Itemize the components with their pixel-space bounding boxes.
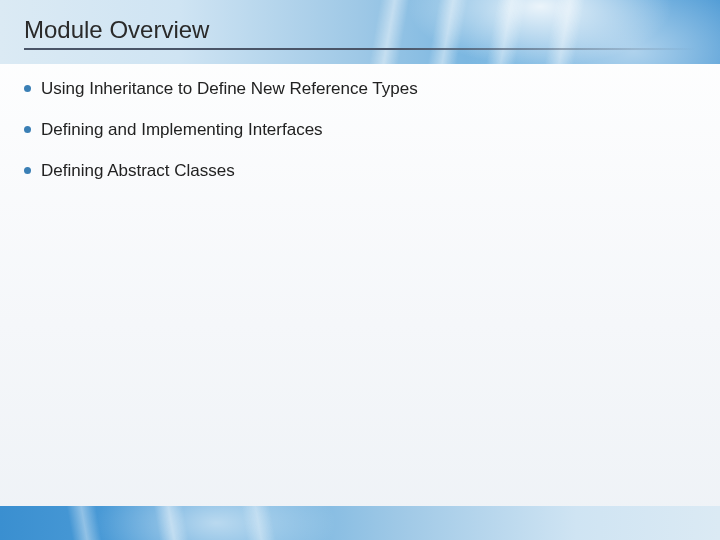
page-title: Module Overview (24, 16, 209, 44)
bullet-text: Defining Abstract Classes (41, 160, 235, 183)
bullet-list: Using Inheritance to Define New Referenc… (24, 78, 696, 201)
bullet-text: Using Inheritance to Define New Referenc… (41, 78, 418, 101)
bullet-text: Defining and Implementing Interfaces (41, 119, 323, 142)
bullet-icon (24, 85, 31, 92)
bullet-icon (24, 167, 31, 174)
title-underline (24, 48, 696, 50)
footer-band (0, 506, 720, 540)
list-item: Defining Abstract Classes (24, 160, 696, 183)
footer-streaks-decoration (0, 506, 720, 540)
list-item: Defining and Implementing Interfaces (24, 119, 696, 142)
slide: Module Overview Using Inheritance to Def… (0, 0, 720, 540)
bullet-icon (24, 126, 31, 133)
list-item: Using Inheritance to Define New Referenc… (24, 78, 696, 101)
